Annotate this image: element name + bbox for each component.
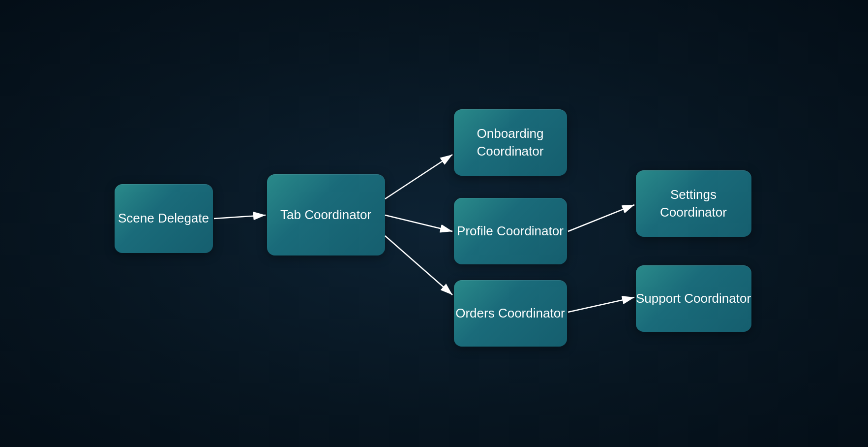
orders-coordinator-node: Orders Coordinator [454,280,567,347]
svg-line-6 [568,297,634,312]
support-coordinator-node: Support Coordinator [636,265,751,332]
onboarding-coordinator-node: Onboarding Coordinator [454,109,567,176]
svg-line-2 [385,155,452,199]
tab-coordinator-node: Tab Coordinator [267,174,385,255]
settings-coordinator-node: Settings Coordinator [636,170,751,237]
architecture-diagram: Scene Delegate Tab Coordinator Onboardin… [90,76,778,371]
svg-line-5 [568,205,634,231]
svg-line-4 [385,236,452,295]
svg-line-3 [385,215,452,231]
scene-delegate-node: Scene Delegate [115,184,213,253]
svg-line-1 [214,215,266,219]
profile-coordinator-node: Profile Coordinator [454,198,567,264]
